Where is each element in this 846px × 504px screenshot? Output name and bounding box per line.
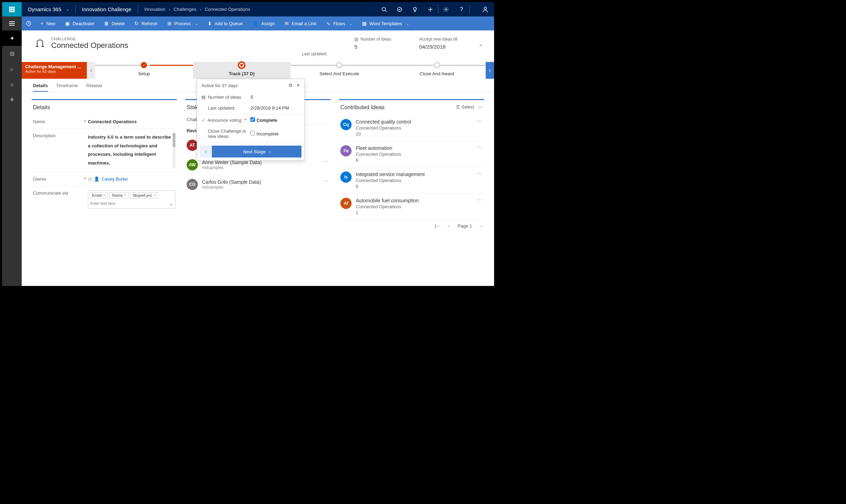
email-link-button[interactable]: ✉Email a Link	[280, 16, 321, 30]
field-label: Owner	[33, 176, 82, 182]
avatar: CG	[187, 179, 198, 190]
next-stage-button[interactable]: Next Stage ›	[212, 146, 301, 158]
svg-point-0	[382, 7, 386, 11]
chevron-down-icon[interactable]: ⌄	[169, 201, 173, 206]
add-to-queue-button[interactable]: ⬇Add to Queue	[203, 16, 248, 30]
process-next-button[interactable]: ›	[486, 62, 494, 79]
more-icon[interactable]: ⋯	[477, 144, 483, 150]
avatar: Cq	[340, 119, 352, 130]
person-row[interactable]: CG Carlos Grilo (Sample Data) mdsamples …	[185, 175, 331, 194]
idea-row[interactable]: Af Automobile fuel consumption Connected…	[339, 194, 484, 220]
popup-value: 5	[250, 94, 253, 100]
process-info[interactable]: Challenge Management ... Active for 63 d…	[22, 62, 87, 79]
idea-row[interactable]: Cq Connected quality control Connected O…	[339, 115, 484, 141]
name-field[interactable]: Connected Operations	[88, 119, 175, 124]
new-button[interactable]: +New	[36, 16, 60, 30]
person-sub: mdsamples	[202, 165, 262, 170]
nav-item[interactable]: ✦	[2, 30, 22, 46]
remove-tag-icon[interactable]: ×	[154, 193, 156, 197]
more-icon[interactable]: ⋯	[323, 177, 329, 184]
help-icon[interactable]: ?	[454, 2, 469, 16]
lock-icon: ▤	[201, 94, 206, 100]
stage-track[interactable]: Track (37 D)	[193, 62, 291, 79]
stage-select[interactable]: Select And Execute	[291, 62, 388, 79]
search-icon[interactable]	[376, 2, 392, 16]
process-button[interactable]: ⊞Process⌄	[162, 16, 203, 30]
section-title: Details	[32, 104, 177, 115]
idea-row[interactable]: Is Integrated service management Connect…	[339, 167, 484, 194]
process-prev-button[interactable]: ‹	[87, 62, 95, 79]
stage-setup[interactable]: ✓ Setup	[95, 62, 193, 79]
expand-button[interactable]: ⌄	[478, 37, 483, 51]
list-icon: ☰	[456, 104, 460, 110]
refresh-button[interactable]: ↻Refresh	[130, 16, 162, 30]
idea-count: 6	[356, 184, 425, 189]
idea-sub: Connected Operations	[356, 178, 425, 183]
more-icon[interactable]: ⋯	[477, 118, 483, 124]
nav-item[interactable]: ☼	[2, 77, 22, 92]
check-icon: ✓	[201, 118, 205, 123]
recent-icon[interactable]	[22, 21, 36, 26]
process-duration: Active for 63 days	[25, 69, 83, 74]
assign-button[interactable]: 👤Assign	[248, 16, 280, 30]
delete-button[interactable]: 🗑Delete	[99, 16, 130, 30]
idea-title: Connected quality control	[356, 119, 411, 125]
idea-row[interactable]: Fa Fleet automation Connected Operations…	[339, 141, 484, 167]
idea-title: Fleet automation	[356, 145, 401, 151]
add-icon[interactable]	[423, 2, 438, 16]
chevron-right-icon: ›	[169, 7, 170, 12]
popup-title: Active for 37 days	[201, 83, 237, 88]
tags-text-input[interactable]	[90, 200, 174, 207]
close-icon[interactable]: ✕	[296, 83, 300, 88]
idea-sub: Connected Operations	[356, 125, 411, 131]
more-icon[interactable]: ⋯	[477, 196, 483, 203]
tab-related[interactable]: Related	[86, 83, 102, 92]
nav-toggle-button[interactable]	[2, 16, 22, 30]
more-icon[interactable]: ⋯	[477, 170, 483, 177]
breadcrumb-item[interactable]: Challenges	[174, 7, 196, 12]
deactivate-button[interactable]: ▣Deactivate	[60, 16, 99, 30]
stage-close[interactable]: Close And Award	[388, 62, 486, 79]
person-name: Carlos Grilo (Sample Data)	[202, 179, 261, 185]
word-templates-button[interactable]: ▦Word Templates⌄	[357, 16, 414, 30]
tab-timeframe[interactable]: Timeframe	[56, 83, 78, 92]
breadcrumb-item[interactable]: Innovation	[144, 7, 165, 12]
breadcrumb-item[interactable]: Connected Operations	[204, 7, 250, 12]
flows-button[interactable]: ∿Flows⌄	[321, 16, 357, 30]
more-icon[interactable]: ⋯	[323, 158, 329, 164]
remove-tag-icon[interactable]: ×	[124, 193, 126, 197]
prev-stage-button[interactable]: ‹	[200, 146, 212, 158]
description-field[interactable]: Industry 4.0 is a term used to describe …	[88, 133, 175, 168]
announce-checkbox[interactable]	[250, 117, 255, 122]
first-page-button[interactable]: |←	[435, 223, 440, 229]
stage-icon	[434, 62, 440, 68]
settings-icon[interactable]	[438, 2, 454, 16]
field-label: Description	[33, 133, 82, 138]
required-icon: *	[84, 119, 86, 124]
select-button[interactable]: ☰Select	[456, 104, 474, 110]
tags-input[interactable]: Email× Teams× Skype/Lync× ⌄	[88, 190, 175, 209]
chevron-down-icon: ⌄	[406, 22, 409, 26]
more-icon[interactable]: ⋯	[478, 104, 483, 110]
close-challenge-checkbox[interactable]	[250, 131, 255, 135]
user-icon[interactable]	[477, 2, 494, 16]
field-label: Communicate via	[33, 190, 82, 196]
task-icon[interactable]	[392, 2, 407, 16]
prev-page-button[interactable]: ←	[447, 223, 451, 229]
next-page-button[interactable]: →	[478, 223, 483, 229]
avatar: Is	[340, 172, 352, 183]
app-launcher[interactable]	[2, 2, 22, 16]
command-bar: +New ▣Deactivate 🗑Delete ↻Refresh ⊞Proce…	[2, 16, 494, 30]
idea-sub: Connected Operations	[356, 152, 401, 157]
lightbulb-icon[interactable]	[407, 2, 423, 16]
nav-item[interactable]: ⌕	[2, 61, 22, 77]
brand-menu[interactable]: Dynamics 365 ⌄	[22, 6, 75, 12]
owner-lookup[interactable]: ◷ 👤 Casey Burke	[88, 176, 175, 182]
popout-icon[interactable]: ⧉	[289, 83, 292, 88]
nav-item[interactable]: ⊟	[2, 46, 22, 61]
nav-item[interactable]: ⚘	[2, 92, 22, 107]
svg-point-7	[484, 7, 487, 9]
tab-details[interactable]: Details	[33, 83, 48, 92]
scrollbar[interactable]	[173, 133, 175, 168]
remove-tag-icon[interactable]: ×	[103, 193, 105, 197]
